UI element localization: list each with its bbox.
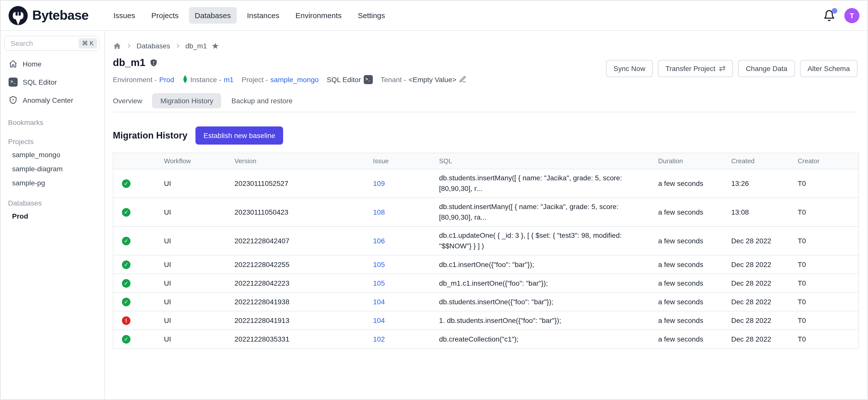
sidebar-project-sample-pg[interactable]: sample-pg — [0, 176, 104, 190]
sql-cell: db.student.insertMany([ { name: "Jacika"… — [438, 198, 658, 226]
sql-cell: 1. db.students.insertOne({"foo": "bar"})… — [438, 311, 658, 330]
issue-link[interactable]: 104 — [373, 316, 385, 325]
creator-cell: T0 — [797, 293, 859, 311]
notification-dot — [832, 8, 837, 13]
search-box[interactable]: ⌘ K — [4, 36, 100, 51]
sidebar-project-sample-diagram[interactable]: sample-diagram — [0, 162, 104, 176]
column-issue: Issue — [373, 153, 438, 169]
page-header: db_m1 Environment - Prod — [113, 57, 466, 84]
nav-item-databases[interactable]: Databases — [189, 7, 237, 24]
nav-item-settings[interactable]: Settings — [352, 7, 391, 24]
instance-label: Instance - — [190, 75, 221, 83]
nav-item-environments[interactable]: Environments — [289, 7, 348, 24]
sidebar-item-sql-editor[interactable]: >_ SQL Editor — [0, 73, 104, 91]
version-cell: 20221228035331 — [234, 330, 373, 348]
nav-item-projects[interactable]: Projects — [145, 7, 185, 24]
breadcrumb-db-m1[interactable]: db_m1 — [185, 42, 207, 50]
issue-link[interactable]: 105 — [373, 279, 385, 287]
issue-link[interactable]: 102 — [373, 335, 385, 343]
search-input[interactable] — [9, 39, 78, 48]
sidebar-item-anomaly-center[interactable]: Anomaly Center — [0, 91, 104, 109]
nav-item-instances[interactable]: Instances — [241, 7, 285, 24]
sidebar-item-home[interactable]: Home — [0, 55, 104, 73]
table-row: ✓ UI 20230111050423 108 db.student.inser… — [113, 198, 859, 226]
duration-cell: a few seconds — [658, 274, 731, 293]
change-data-button[interactable]: Change Data — [738, 60, 795, 77]
column-created: Created — [731, 153, 797, 169]
establish-new-baseline-button[interactable]: Establish new baseline — [195, 126, 283, 145]
mongodb-leaf-icon — [182, 74, 188, 84]
button-label: Sync Now — [614, 64, 645, 72]
sync-now-button[interactable]: Sync Now — [606, 60, 653, 77]
nav-item-issues[interactable]: Issues — [107, 7, 141, 24]
transfer-icon: ⇄ — [719, 64, 726, 72]
column-version: Version — [234, 153, 373, 169]
instance-link[interactable]: m1 — [224, 75, 234, 83]
success-status-icon: ✓ — [122, 279, 130, 288]
issue-link[interactable]: 105 — [373, 260, 385, 269]
created-cell: 13:08 — [731, 198, 797, 226]
tab-bar: Overview Migration History Backup and re… — [113, 93, 858, 112]
workflow-cell: UI — [163, 311, 234, 330]
duration-cell: a few seconds — [658, 198, 731, 226]
sql-cell: db.c1.updateOne( { _id: 3 }, [ { $set: {… — [438, 226, 658, 255]
table-row: ✓ UI 20221228041938 104 db.students.inse… — [113, 293, 859, 311]
sidebar-project-sample-mongo[interactable]: sample_mongo — [0, 148, 104, 162]
duration-cell: a few seconds — [658, 169, 731, 198]
table-row: ✓ UI 20221228042407 106 db.c1.updateOne(… — [113, 226, 859, 255]
top-bar: Bytebase Issues Projects Databases Insta… — [0, 0, 868, 31]
column-sql: SQL — [438, 153, 658, 169]
database-shield-icon — [149, 58, 158, 67]
success-status-icon: ✓ — [122, 260, 130, 269]
column-status — [113, 153, 163, 169]
issue-link[interactable]: 104 — [373, 298, 385, 306]
project-link[interactable]: sample_mongo — [271, 75, 319, 83]
created-cell: Dec 28 2022 — [731, 293, 797, 311]
tab-migration-history[interactable]: Migration History — [152, 93, 221, 108]
version-cell: 20230111052527 — [234, 169, 373, 198]
creator-cell: T0 — [797, 311, 859, 330]
alter-schema-button[interactable]: Alter Schema — [800, 60, 858, 77]
sql-editor-label: SQL Editor — [327, 75, 361, 83]
chevron-right-icon — [175, 43, 181, 49]
table-row: ✓ UI 20221228035331 102 db.createCollect… — [113, 330, 859, 348]
environment-link[interactable]: Prod — [159, 75, 174, 83]
breadcrumb-databases[interactable]: Databases — [136, 42, 170, 50]
tab-backup-and-restore[interactable]: Backup and restore — [231, 93, 293, 108]
workflow-cell: UI — [163, 255, 234, 274]
sql-cell: db.students.insertOne({"foo": "bar"}); — [438, 293, 658, 311]
created-cell: 13:26 — [731, 169, 797, 198]
issue-link[interactable]: 108 — [373, 208, 385, 216]
notifications-button[interactable] — [823, 9, 835, 22]
creator-cell: T0 — [797, 198, 859, 226]
duration-cell: a few seconds — [658, 311, 731, 330]
creator-cell: T0 — [797, 274, 859, 293]
transfer-project-button[interactable]: Transfer Project ⇄ — [658, 60, 733, 77]
shield-alert-icon — [8, 96, 18, 105]
workflow-cell: UI — [163, 169, 234, 198]
version-cell: 20221228041913 — [234, 311, 373, 330]
tab-overview[interactable]: Overview — [113, 93, 142, 108]
duration-cell: a few seconds — [658, 330, 731, 348]
sql-editor-terminal-icon: >_ — [364, 75, 373, 84]
avatar[interactable]: T — [844, 8, 860, 23]
sql-editor-link[interactable]: SQL Editor >_ — [327, 75, 373, 84]
page-title: db_m1 — [113, 57, 145, 68]
bookmark-star-icon[interactable]: ★ — [212, 41, 219, 50]
edit-pencil-icon[interactable] — [459, 75, 466, 83]
column-creator: Creator — [797, 153, 859, 169]
duration-cell: a few seconds — [658, 255, 731, 274]
migration-history-table: Workflow Version Issue SQL Duration Crea… — [113, 153, 859, 349]
sidebar-item-label: SQL Editor — [23, 78, 57, 86]
creator-cell: T0 — [797, 255, 859, 274]
bytebase-logo[interactable]: Bytebase — [8, 6, 100, 25]
header-actions: Sync Now Transfer Project ⇄ Change Data … — [606, 60, 858, 77]
breadcrumb-home-icon[interactable] — [113, 41, 121, 50]
sidebar-database-prod[interactable]: Prod — [0, 209, 104, 223]
version-cell: 20221228042255 — [234, 255, 373, 274]
duration-cell: a few seconds — [658, 226, 731, 255]
tenant-value: <Empty Value> — [408, 75, 456, 83]
issue-link[interactable]: 109 — [373, 179, 385, 187]
terminal-icon: >_ — [8, 78, 18, 87]
issue-link[interactable]: 106 — [373, 237, 385, 245]
